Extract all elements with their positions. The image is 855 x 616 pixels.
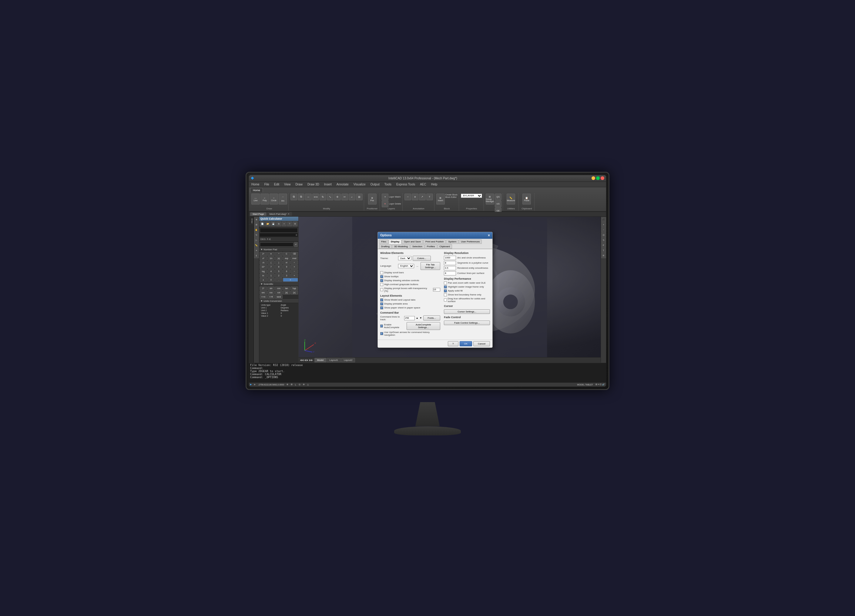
dialog-close-button[interactable]: × [488,233,490,238]
mech-part-close[interactable]: × [288,212,289,216]
menu-aec[interactable]: AEC [419,183,428,186]
menu-draw[interactable]: Draw [294,183,304,186]
calc-log[interactable]: log [259,269,267,273]
calc-4[interactable]: 4 [267,269,275,273]
zoom-in-button[interactable]: + [601,222,606,227]
menu-express[interactable]: Express Tools [395,183,416,186]
model-layout-tabs-checkbox[interactable]: ✓ [380,298,383,301]
calc-inv[interactable]: 1/x [267,256,275,260]
pan-button[interactable]: ✋ [254,228,259,232]
dlg-tab-drafting[interactable]: Drafting [379,244,392,249]
calc-plus[interactable]: + [290,274,298,278]
calc-pi[interactable]: π [267,252,275,256]
nav-draw[interactable]: Draw [249,217,253,225]
line-button[interactable]: —Line [251,194,260,205]
tooltips-checkbox[interactable]: ✓ [380,275,383,278]
cmd-lines-spinner-up[interactable]: ▲ [416,316,418,319]
trim-button[interactable]: ✂ [342,194,348,200]
transparency-input[interactable] [433,288,440,292]
calc-copy-button[interactable]: ⧉ [276,222,281,226]
view-front-button[interactable]: F [601,243,606,248]
view-right-button[interactable]: R [601,253,606,258]
close-button[interactable] [601,176,604,180]
linear-button[interactable]: ↔ [405,194,411,200]
calc-div[interactable]: ÷ [290,261,298,264]
layer-dropdown[interactable]: BYLAYER [461,194,482,198]
dlg-tab-files[interactable]: Files [379,239,388,244]
status-icon-4[interactable]: 🔊 [602,383,605,386]
menu-insert[interactable]: Insert [323,183,333,186]
group-manager-button[interactable]: ⊞Group Manager [486,194,494,205]
snap-button[interactable]: ⊕ [254,217,259,222]
calc-lparen[interactable]: ( [267,261,275,264]
status-icon-1[interactable]: ⊞ [596,383,597,386]
3d-orbit-button[interactable]: ↻ [601,238,606,243]
sci-sin[interactable]: sin [267,286,275,290]
language-select[interactable]: English [398,264,414,268]
sci-csc[interactable]: csc [267,290,275,295]
calc-1[interactable]: 1 [267,274,275,278]
status-icon-3[interactable]: ⊡ [600,383,602,386]
orbit-button[interactable]: ↻ [254,233,259,238]
rotate-button[interactable]: ↻ [320,194,326,200]
sci-tan[interactable]: tan [283,286,290,290]
dlg-tab-print[interactable]: Print and Publish [423,239,446,244]
text-boundary-checkbox[interactable] [444,293,447,297]
calc-exp[interactable]: exp [283,256,290,260]
printable-area-checkbox[interactable]: ✓ [380,303,383,306]
status-isnap[interactable]: ⊕ [303,383,305,386]
pan-zoom-checkbox[interactable] [444,281,447,284]
dlg-tab-clipboard[interactable]: Clipboard [438,244,452,249]
center-point-button[interactable]: ⊕ [412,194,418,200]
calc-display[interactable] [260,228,298,233]
calc-ln[interactable]: ln [259,274,267,278]
minimize-button[interactable] [591,176,595,180]
contour-lines-input[interactable] [444,271,456,275]
number-pad-section[interactable]: ▼ Number Pad [259,248,298,252]
move-button[interactable]: ✛ [334,194,341,200]
ungroup-button[interactable]: UG [495,200,501,207]
calc-clear-button[interactable]: × [282,222,287,226]
sci-ceil[interactable]: [x] [290,290,298,295]
calc-6[interactable]: 6 [283,269,290,273]
model-tab[interactable]: Model [314,358,326,362]
paste-button[interactable]: 📋Paste [522,194,531,205]
dlg-tab-3d[interactable]: 3D Modeling [392,244,410,249]
copy-button[interactable]: ⧉ [290,194,297,200]
insert-block-button[interactable]: ⊞Insert [436,194,445,205]
calc-backspace[interactable]: ⌫ [290,252,298,256]
sci-tom[interactable]: =>m [259,295,267,299]
arc-button[interactable]: ⌒Arc [279,194,287,205]
layout1-tab[interactable]: Layout1 [326,358,340,362]
menu-edit[interactable]: Edit [273,183,280,186]
fillet-button[interactable]: ⌐ [349,194,355,200]
theme-select[interactable]: Dark Light [398,256,411,260]
cursor-settings-button[interactable]: Cursor Settings... [444,309,490,314]
menu-home[interactable]: Home [250,183,261,186]
scale-button[interactable]: ⤡ [327,194,334,200]
sci-hyp[interactable]: hyp [290,286,298,290]
autocomplete-settings-button[interactable]: AutoComplete Settings... [407,322,441,330]
calc-dot[interactable]: . [275,278,283,282]
updown-arrows-checkbox[interactable]: ✓ [380,332,383,335]
calc-open-button[interactable]: 📂 [265,222,270,226]
menu-tools[interactable]: Tools [383,183,393,186]
calc-2n[interactable]: 2ⁿ [259,252,267,256]
calc-settings-button[interactable]: ⚙ [293,222,297,226]
positioner-button[interactable]: ⊕Pos [368,194,377,205]
multileader-button[interactable]: ↗ [419,194,426,200]
cmd-lines-spinner-down[interactable]: ▼ [420,316,422,319]
calc-minus[interactable]: − [290,269,298,273]
start-page-tab[interactable]: Start Page [250,212,267,216]
dlg-tab-open-save[interactable]: Open and Save [402,239,423,244]
menu-draw3d[interactable]: Draw 3D [306,183,320,186]
autocomplete-checkbox[interactable]: ✓ [380,324,383,327]
scrollbars-checkbox[interactable] [380,271,383,274]
layer-tool-button[interactable]: ≡ [254,248,259,253]
scientific-section[interactable]: ▼ Scientific [259,282,298,286]
calc-deg-mode[interactable]: DEG [260,238,266,241]
view-top-button[interactable]: T [601,248,606,253]
calc-negate[interactable]: ± [259,278,267,282]
dlg-tab-system[interactable]: System [446,239,458,244]
language-ellipsis[interactable]: ... [415,264,419,267]
